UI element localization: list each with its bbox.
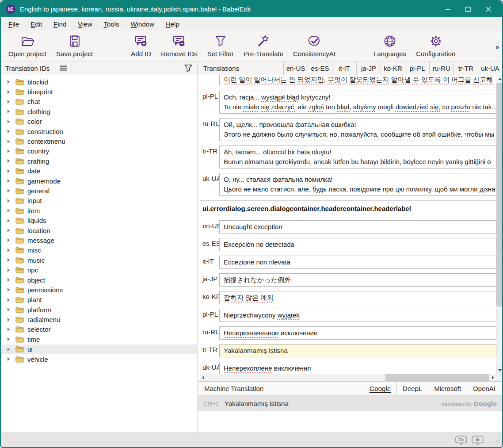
tree-item-date[interactable]: date <box>2 166 197 176</box>
tree-item-contextmenu[interactable]: contextmenu <box>2 136 197 146</box>
language-tab-pl-PL[interactable]: pl-PL <box>405 61 429 75</box>
tree-item-selector[interactable]: selector <box>2 325 197 334</box>
expander-icon[interactable] <box>8 169 10 173</box>
tree-item-music[interactable]: music <box>2 255 197 265</box>
expander-icon[interactable] <box>8 278 10 282</box>
expander-icon[interactable] <box>8 258 10 262</box>
horizontal-scroll-thumb[interactable] <box>385 374 489 381</box>
tree-item-item[interactable]: item <box>2 206 197 215</box>
tree-item-npc[interactable]: npc <box>2 265 197 275</box>
open-project-button[interactable]: Open project <box>4 33 51 57</box>
translation-field-uk-UA[interactable]: О, ну... сталася фатальна помилка!Цього … <box>219 173 496 196</box>
minimize-button[interactable] <box>438 1 458 17</box>
translation-field-ja-JP[interactable]: 捕捉されなかった例外 <box>219 273 496 287</box>
set-filter-button[interactable]: Set Filter <box>202 33 239 57</box>
expander-icon[interactable] <box>8 238 10 242</box>
panel-splitter[interactable] <box>198 61 198 433</box>
pre-translate-button[interactable]: Pre-Translate <box>239 33 288 57</box>
mt-tab-microsoft[interactable]: Microsoft <box>428 382 467 395</box>
scroll-left-icon[interactable] <box>202 376 204 379</box>
consistency-ai-button[interactable]: ConsistencyAI <box>288 33 340 57</box>
expander-icon[interactable] <box>8 229 10 232</box>
horizontal-scrollbar[interactable] <box>200 374 496 381</box>
expander-icon[interactable] <box>8 357 10 361</box>
language-tab-ja-JP[interactable]: ja-JP <box>356 61 381 75</box>
expander-icon[interactable] <box>8 110 10 113</box>
translation-field-es-ES[interactable]: Excepción no detectada <box>219 238 496 251</box>
translation-field-tr-TR[interactable]: Ah, tamam... ölümcül bir hata oluştu!Bun… <box>219 146 496 168</box>
expander-icon[interactable] <box>8 268 10 272</box>
tree-item-blueprint[interactable]: blueprint <box>2 87 197 96</box>
menu-item-find[interactable]: Find <box>48 19 72 30</box>
mt-tab-deepl[interactable]: DeepL <box>396 382 428 395</box>
translation-field[interactable]: 이런 일이 일어나서는 안 되었지만, 무엇이 잘못되었는지 알아낼 수 있도록… <box>219 75 496 86</box>
tree-item-ui[interactable]: ui <box>2 345 197 354</box>
expander-icon[interactable] <box>8 90 10 94</box>
translation-field-tr-TR[interactable]: Yakalanmamış istisna <box>219 344 496 357</box>
rate-star-bubble-icon[interactable] <box>472 436 484 448</box>
language-tab-ru-RU[interactable]: ru-RU <box>429 61 453 75</box>
mt-tab-openai[interactable]: OpenAI <box>467 382 501 395</box>
expander-icon[interactable] <box>8 189 10 192</box>
expander-icon[interactable] <box>8 337 10 341</box>
tree-item-blockid[interactable]: blockid <box>2 77 197 87</box>
expander-icon[interactable] <box>8 219 10 222</box>
translation-field-pl-PL[interactable]: Nieprzechwycony wyjątek <box>219 309 496 322</box>
scroll-right-icon[interactable] <box>492 376 494 379</box>
expander-icon[interactable] <box>8 249 10 252</box>
tree-item-chat[interactable]: chat <box>2 97 197 107</box>
menu-item-window[interactable]: Window <box>125 19 160 30</box>
tree-item-color[interactable]: color <box>2 117 197 126</box>
expander-icon[interactable] <box>8 140 10 143</box>
translation-field-en-US[interactable]: Uncaught exception <box>219 220 496 234</box>
translation-field-ru-RU[interactable]: Ой, щелк... произошла фатальная ошибка!Э… <box>219 118 496 141</box>
expander-icon[interactable] <box>8 328 10 331</box>
scroll-down-icon[interactable] <box>498 369 502 371</box>
feedback-bubble-icon[interactable] <box>455 436 467 448</box>
scroll-up-icon[interactable] <box>498 78 502 80</box>
expander-icon[interactable] <box>8 149 10 153</box>
expander-icon[interactable] <box>8 80 10 84</box>
tree-item-input[interactable]: input <box>2 196 197 206</box>
tree-item-plant[interactable]: plant <box>2 295 197 305</box>
expander-icon[interactable] <box>8 130 10 133</box>
expander-icon[interactable] <box>8 288 10 291</box>
expander-icon[interactable] <box>8 298 10 302</box>
translation-field-ru-RU[interactable]: Неперехваченное исключение <box>219 326 496 340</box>
translation-field-ko-KR[interactable]: 잡히지 않은 예외 <box>219 291 496 304</box>
tree-item-country[interactable]: country <box>2 146 197 156</box>
tree-item-liquids[interactable]: liquids <box>2 215 197 225</box>
language-tab-tr-TR[interactable]: tr-TR <box>453 61 478 75</box>
remove-ids-button[interactable]: Remove IDs <box>156 33 202 57</box>
tree-item-message[interactable]: message <box>2 235 197 245</box>
expander-icon[interactable] <box>8 318 10 322</box>
menu-item-tools[interactable]: Tools <box>98 19 125 30</box>
tree-item-gamemode[interactable]: gamemode <box>2 176 197 186</box>
language-tab-es-ES[interactable]: es-ES <box>308 61 332 75</box>
machine-translation-result-row[interactable]: Ctrl+1 Yakalanmamış istisna translated b… <box>198 396 502 411</box>
expander-icon[interactable] <box>8 348 10 351</box>
translation-field-uk-UA[interactable]: Неперехоплене виключення <box>219 362 496 374</box>
tree-item-general[interactable]: general <box>2 186 197 195</box>
menu-item-file[interactable]: File <box>3 19 25 30</box>
tree-item-location[interactable]: location <box>2 226 197 235</box>
vertical-scrollbar[interactable] <box>496 75 503 374</box>
tree-item-vehicle[interactable]: vehicle <box>2 354 197 364</box>
toolbar-overflow-chevron-icon[interactable]: » <box>495 43 499 50</box>
add-id-button[interactable]: Add ID <box>126 33 156 57</box>
tree-item-crafting[interactable]: crafting <box>2 156 197 166</box>
language-tab-it-IT[interactable]: it-IT <box>332 61 356 75</box>
tree-item-platform[interactable]: platform <box>2 305 197 314</box>
hamburger-icon[interactable] <box>59 65 67 71</box>
language-tab-uk-UA[interactable]: uk-UA <box>478 61 502 75</box>
expander-icon[interactable] <box>8 100 10 103</box>
menu-item-edit[interactable]: Edit <box>25 19 48 30</box>
language-tab-ko-KR[interactable]: ko-KR <box>381 61 405 75</box>
expander-icon[interactable] <box>8 120 10 123</box>
configuration-button[interactable]: Configuration <box>411 33 460 57</box>
close-button[interactable] <box>478 1 499 17</box>
mt-tab-google[interactable]: Google <box>364 382 396 395</box>
menu-item-help[interactable]: Help <box>160 19 185 30</box>
filter-funnel-icon[interactable] <box>183 64 193 74</box>
tree-item-object[interactable]: object <box>2 275 197 285</box>
